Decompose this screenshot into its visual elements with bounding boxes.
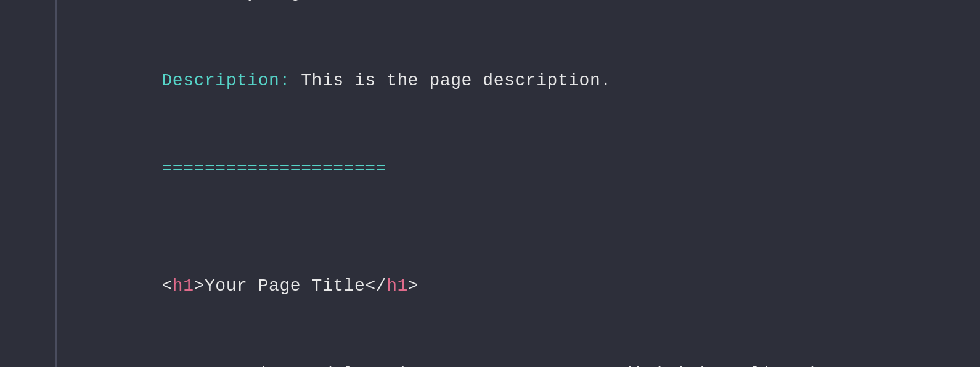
code-block: Title: My Page Title Description: This i… — [55, 0, 885, 367]
h1-line: <h1>Your Page Title</h1> — [119, 242, 836, 331]
title-label: Title: — [161, 0, 237, 2]
h1-tag-name: h1 — [173, 276, 194, 295]
h1-close-end-bracket: > — [408, 276, 419, 295]
h1-content: Your Page Title — [205, 276, 365, 295]
p-close-end-bracket: > — [825, 365, 836, 367]
title-line: Title: My Page Title — [119, 0, 836, 37]
description-label: Description: — [161, 71, 301, 90]
p-close-tag-name: p — [815, 365, 825, 367]
p-open-bracket: < — [161, 365, 172, 367]
p-tag-name: p — [173, 365, 183, 367]
description-value: This is the page description. — [301, 71, 611, 90]
p-close-bracket: > — [183, 365, 194, 367]
title-value: My Page Title — [237, 0, 376, 2]
p-line: <p>Lorem ipsum dolor sit amet consectetu… — [119, 330, 836, 367]
separator-line: ===================== — [119, 125, 836, 213]
description-line: Description: This is the page descriptio… — [119, 37, 836, 125]
h1-close-bracket: > — [194, 276, 205, 295]
h1-close-open-bracket: </ — [365, 276, 386, 295]
separator-text: ===================== — [161, 159, 386, 178]
h1-open-bracket: < — [161, 276, 172, 295]
h1-close-tag-name: h1 — [386, 276, 408, 295]
p-content: Lorem ipsum dolor sit amet consectetur a… — [194, 365, 793, 367]
p-close-open-bracket: </ — [793, 365, 815, 367]
empty-line — [119, 213, 836, 242]
